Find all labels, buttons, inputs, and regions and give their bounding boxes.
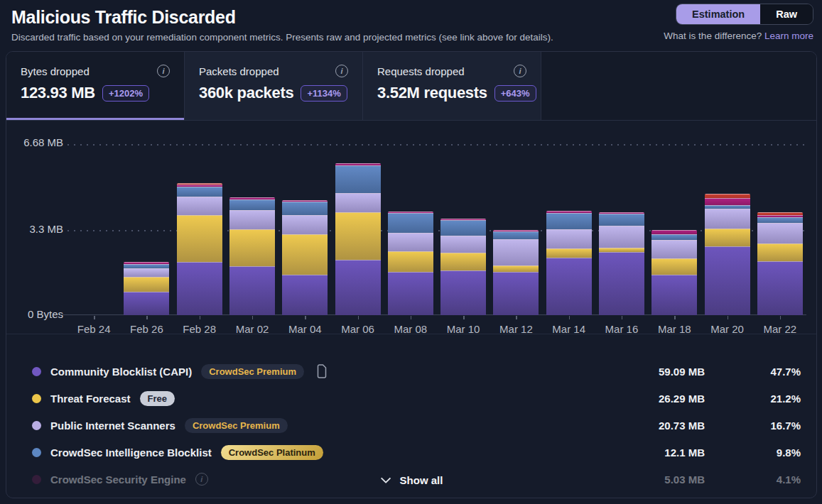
delta-badge: +1134%	[301, 85, 347, 102]
series-total-value: 20.73 MB	[598, 420, 705, 432]
bar-segment	[177, 215, 222, 262]
bar-segment	[388, 213, 433, 233]
bar-segment	[388, 251, 433, 272]
stacked-bar[interactable]	[599, 212, 644, 315]
tab-value: 3.52M requests	[377, 84, 487, 102]
legend-row[interactable]: Community Blocklist (CAPI)CrowdSec Premi…	[6, 358, 816, 385]
bytes-dropped-chart: 6.68 MB 3.3 MB 0 Bytes Feb 24Feb 26Feb 2…	[6, 121, 816, 334]
malicious-traffic-panel: Bytes dropped i 123.93 MB +1202% Packets…	[6, 51, 817, 498]
bar-segment	[440, 253, 486, 270]
legend-row[interactable]: CrowdSec Intelligence BlocklistCrowdSec …	[6, 439, 816, 466]
bar-segment	[757, 223, 803, 243]
series-name: Threat Forecast	[50, 393, 131, 405]
x-axis-tick	[674, 316, 676, 319]
series-percent: 47.7%	[714, 366, 801, 378]
bar-slot: Mar 20	[701, 144, 753, 315]
bar-segment	[282, 275, 328, 315]
show-all-button[interactable]: Show all	[380, 474, 443, 486]
toggle-estimation-button[interactable]: Estimation	[676, 4, 760, 24]
tier-badge: CrowdSec Premium	[201, 364, 304, 379]
tab-bytes-dropped[interactable]: Bytes dropped i 123.93 MB +1202%	[6, 52, 185, 120]
bar-segment	[705, 209, 750, 229]
series-percent: 9.8%	[714, 447, 801, 459]
stacked-bar[interactable]	[757, 212, 803, 315]
bar-segment	[440, 236, 486, 253]
bar-segment	[705, 246, 750, 315]
bar-segment	[335, 165, 381, 193]
tab-packets-dropped[interactable]: Packets dropped i 360k packets +1134%	[185, 52, 363, 120]
stacked-bar[interactable]	[705, 194, 750, 315]
x-axis-tick	[569, 316, 570, 319]
bar-slot: Mar 18	[648, 144, 701, 315]
difference-line: What is the difference? Learn more	[664, 31, 813, 41]
delta-badge: +643%	[494, 85, 536, 102]
bar-segment	[388, 272, 433, 315]
stacked-bar[interactable]	[124, 262, 169, 315]
x-axis-tick	[252, 316, 254, 319]
stacked-bar[interactable]	[229, 197, 275, 315]
bar-segment	[546, 229, 592, 248]
bar-slots: Feb 24Feb 26Feb 28Mar 02Mar 04Mar 06Mar …	[67, 144, 806, 315]
bar-segment	[651, 234, 697, 240]
info-icon[interactable]: i	[335, 65, 348, 77]
info-icon[interactable]: i	[157, 65, 170, 77]
stacked-bar[interactable]	[335, 163, 381, 315]
legend-row[interactable]: Public Internet ScannersCrowdSec Premium…	[6, 412, 816, 439]
bar-segment	[493, 265, 539, 272]
bar-slot: Mar 04	[278, 144, 331, 315]
tab-bar-spacer	[541, 52, 816, 120]
bar-slot: Feb 28	[173, 144, 226, 315]
document-icon[interactable]	[316, 364, 328, 378]
bar-segment	[546, 248, 592, 258]
stacked-bar[interactable]	[388, 212, 433, 315]
y-axis-label-zero: 0 Bytes	[15, 308, 63, 320]
series-total-value: 12.1 MB	[598, 447, 705, 459]
stacked-bar[interactable]	[177, 183, 222, 315]
bar-segment	[440, 220, 486, 236]
bar-slot: Mar 22	[754, 144, 806, 315]
bar-segment	[282, 202, 328, 215]
bar-slot: Mar 08	[384, 144, 437, 315]
bar-segment	[599, 252, 644, 315]
bar-segment	[177, 262, 222, 315]
bar-segment	[229, 210, 275, 229]
series-percent: 16.7%	[714, 420, 801, 432]
tab-value: 123.93 MB	[21, 84, 95, 102]
series-color-dot	[32, 394, 41, 403]
bar-segment	[599, 214, 644, 226]
show-all-label: Show all	[400, 474, 443, 486]
bar-segment	[177, 197, 222, 215]
info-icon[interactable]: i	[195, 473, 208, 486]
info-icon[interactable]: i	[514, 65, 526, 77]
x-axis-tick	[411, 316, 412, 319]
bar-segment	[177, 187, 222, 197]
x-axis-tick	[200, 316, 201, 319]
series-name: CrowdSec Security Engine	[50, 473, 186, 486]
bar-segment	[229, 229, 275, 266]
x-axis-tick	[305, 316, 306, 319]
tier-badge: CrowdSec Premium	[185, 418, 288, 433]
bar-segment	[335, 193, 381, 212]
chevron-down-icon	[380, 474, 392, 486]
series-name: Community Blocklist (CAPI)	[50, 366, 192, 378]
legend-row[interactable]: Threat ForecastFree26.29 MB21.2%	[6, 385, 816, 412]
learn-more-link[interactable]: Learn more	[764, 31, 813, 41]
y-axis-label-mid: 3.3 MB	[15, 223, 63, 235]
stacked-bar[interactable]	[546, 211, 592, 315]
stacked-bar[interactable]	[493, 230, 539, 315]
chart-plot-area: Feb 24Feb 26Feb 28Mar 02Mar 04Mar 06Mar …	[67, 144, 806, 315]
estimation-raw-toggle: Estimation Raw	[676, 4, 813, 25]
bar-segment	[705, 229, 750, 246]
bar-segment	[493, 272, 539, 315]
stacked-bar[interactable]	[651, 230, 697, 315]
stacked-bar[interactable]	[282, 200, 328, 315]
series-name: CrowdSec Intelligence Blocklist	[50, 447, 212, 459]
bar-segment	[335, 260, 381, 315]
x-axis-tick	[146, 316, 148, 319]
series-color-dot	[32, 421, 41, 430]
tab-label: Requests dropped	[377, 65, 465, 77]
toggle-raw-button[interactable]: Raw	[760, 4, 813, 24]
stacked-bar[interactable]	[440, 219, 486, 315]
tab-requests-dropped[interactable]: Requests dropped i 3.52M requests +643%	[363, 52, 541, 120]
bar-segment	[493, 239, 539, 265]
